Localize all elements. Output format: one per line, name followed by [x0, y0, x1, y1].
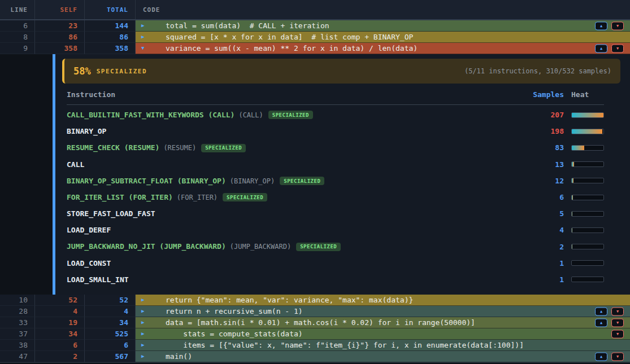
instruction-row: BINARY_OP198: [67, 123, 604, 139]
heat-bar: [571, 211, 604, 217]
code-line-row[interactable]: 105252▶return {"mean": mean, "var": vari…: [0, 295, 630, 306]
code-cell[interactable]: ▶ items = [{"value": x, "name": f"item_{…: [136, 340, 630, 351]
line-number-cell: 47: [0, 351, 35, 362]
instruction-row: LOAD_CONST1: [67, 255, 604, 271]
column-header-code[interactable]: CODE: [136, 0, 630, 19]
specialized-badge: SPECIALIZED: [296, 243, 341, 251]
expand-arrow-icon[interactable]: ▶: [141, 23, 148, 28]
heat-bar: [571, 129, 604, 134]
specialized-percent: 58%: [73, 65, 91, 77]
heat-bar: [571, 112, 604, 118]
instruction-base-opcode: (FOR_ITER): [177, 194, 218, 201]
instruction-base-opcode: (RESUME): [163, 144, 196, 152]
total-samples-cell: 358: [85, 43, 136, 54]
heat-bar-fill: [572, 162, 574, 166]
code-cell[interactable]: ▶total = sum(data) # CALL + iteration▲▼: [136, 20, 630, 32]
column-header-samples[interactable]: Samples: [530, 90, 564, 99]
code-cell[interactable]: ▶squared = [x * x for x in data] # list …: [136, 32, 630, 43]
total-samples-cell: 4: [85, 306, 136, 317]
collapse-arrow-icon[interactable]: ▼: [141, 46, 148, 51]
line-number-cell: 37: [0, 328, 35, 340]
jump-buttons: ▼: [611, 330, 624, 338]
instruction-row: CALL13: [67, 156, 604, 173]
instruction-base-opcode: (BINARY_OP): [230, 177, 275, 185]
code-line-row[interactable]: 623144▶total = sum(data) # CALL + iterat…: [0, 20, 630, 32]
code-line-row[interactable]: 472567▶main()▲▼: [0, 351, 630, 362]
source-code-text: total = sum(data) # CALL + iteration: [166, 21, 329, 30]
instruction-samples: 6: [530, 193, 564, 201]
jump-down-button[interactable]: ▼: [611, 307, 624, 315]
heat-bar: [571, 145, 604, 151]
heat-bar-fill: [572, 195, 573, 200]
jump-down-button[interactable]: ▼: [611, 330, 624, 338]
specialized-badge: SPECIALIZED: [223, 193, 267, 201]
code-line-row[interactable]: 331934▶data = [math.sin(i * 0.01) + math…: [0, 317, 630, 328]
source-code-text: return {"mean": mean, "var": variance, "…: [166, 296, 413, 304]
column-header-instruction[interactable]: Instruction: [67, 90, 530, 99]
jump-up-button[interactable]: ▲: [595, 44, 607, 52]
specialized-stats: (5/11 instructions, 310/532 samples): [464, 67, 611, 75]
source-code-text: variance = sum((x - mean) ** 2 for x in …: [166, 44, 418, 52]
expand-arrow-icon[interactable]: ▶: [141, 34, 148, 40]
code-cell[interactable]: ▶main()▲▼: [136, 351, 630, 362]
expand-arrow-icon[interactable]: ▶: [141, 297, 148, 302]
expand-arrow-icon[interactable]: ▶: [141, 331, 148, 336]
line-number-cell: 9: [0, 43, 35, 54]
total-samples-cell: 86: [85, 32, 136, 43]
heat-bar: [571, 227, 604, 233]
expand-arrow-icon[interactable]: ▶: [141, 343, 148, 348]
jump-up-button[interactable]: ▲: [595, 318, 607, 327]
code-line-row[interactable]: 3866▶ items = [{"value": x, "name": f"it…: [0, 340, 630, 351]
code-cell[interactable]: ▶return n + recursive_sum(n - 1)▲▼: [136, 306, 630, 317]
code-cell[interactable]: ▼variance = sum((x - mean) ** 2 for x in…: [136, 43, 630, 54]
instruction-row: LOAD_SMALL_INT1: [67, 271, 604, 288]
instruction-name: LOAD_CONST: [67, 259, 530, 267]
instruction-row: FOR_ITER_LIST (FOR_ITER)(FOR_ITER)SPECIA…: [67, 189, 604, 205]
code-cell[interactable]: ▶data = [math.sin(i * 0.01) + math.cos(i…: [136, 317, 630, 328]
instruction-table-header: Instruction Samples Heat: [67, 84, 604, 105]
jump-down-button[interactable]: ▼: [611, 352, 624, 361]
instruction-rows: CALL_BUILTIN_FAST_WITH_KEYWORDS (CALL)(C…: [67, 107, 604, 288]
code-line-row[interactable]: 3734525▶ stats = compute_stats(data)▼: [0, 328, 630, 340]
heat-bar-fill: [572, 212, 572, 216]
line-number-cell: 33: [0, 317, 35, 328]
instruction-samples: 4: [530, 226, 564, 234]
line-number-cell: 6: [0, 20, 35, 32]
column-header-heat[interactable]: Heat: [571, 90, 604, 99]
self-samples-cell: 23: [35, 20, 85, 32]
instruction-name: LOAD_DEREF: [67, 226, 530, 234]
heat-bar: [571, 178, 604, 183]
jump-up-button[interactable]: ▲: [595, 307, 607, 315]
code-cell[interactable]: ▶return {"mean": mean, "var": variance, …: [136, 295, 630, 306]
jump-buttons: ▲▼: [595, 44, 624, 52]
heat-bar-fill: [572, 146, 584, 150]
jump-down-button[interactable]: ▼: [611, 44, 624, 52]
code-rows-bottom: 105252▶return {"mean": mean, "var": vari…: [0, 295, 630, 362]
column-header-self[interactable]: SELF: [35, 0, 85, 19]
jump-up-button[interactable]: ▲: [595, 21, 607, 30]
column-header-total[interactable]: TOTAL: [85, 0, 136, 19]
jump-down-button[interactable]: ▼: [611, 318, 624, 327]
profiler-window: LINE SELF TOTAL CODE 623144▶total = sum(…: [0, 0, 630, 364]
code-line-row[interactable]: 88686▶squared = [x * x for x in data] # …: [0, 32, 630, 43]
line-number-cell: 28: [0, 306, 35, 317]
heat-bar-fill: [572, 244, 572, 249]
instruction-name: LOAD_SMALL_INT: [67, 275, 530, 284]
instruction-name: JUMP_BACKWARD_NO_JIT (JUMP_BACKWARD)(JUM…: [67, 242, 530, 251]
instruction-name: RESUME_CHECK (RESUME)(RESUME)SPECIALIZED: [67, 143, 530, 152]
code-cell[interactable]: ▶ stats = compute_stats(data)▼: [136, 328, 630, 340]
code-line-row[interactable]: 2844▶return n + recursive_sum(n - 1)▲▼: [0, 306, 630, 317]
instruction-row: RESUME_CHECK (RESUME)(RESUME)SPECIALIZED…: [67, 139, 604, 156]
instruction-samples: 83: [530, 143, 564, 152]
code-line-row[interactable]: 9358358▼variance = sum((x - mean) ** 2 f…: [0, 43, 630, 54]
expand-arrow-icon[interactable]: ▶: [141, 320, 148, 325]
jump-up-button[interactable]: ▲: [595, 352, 607, 361]
self-samples-cell: 86: [35, 32, 85, 43]
expand-arrow-icon[interactable]: ▶: [141, 354, 148, 359]
instruction-base-opcode: (JUMP_BACKWARD): [230, 243, 291, 251]
source-code-text: squared = [x * x for x in data] # list c…: [166, 33, 413, 41]
expand-arrow-icon[interactable]: ▶: [141, 309, 148, 314]
column-header-line[interactable]: LINE: [0, 0, 35, 19]
total-samples-cell: 6: [85, 340, 136, 351]
jump-down-button[interactable]: ▼: [611, 21, 624, 30]
